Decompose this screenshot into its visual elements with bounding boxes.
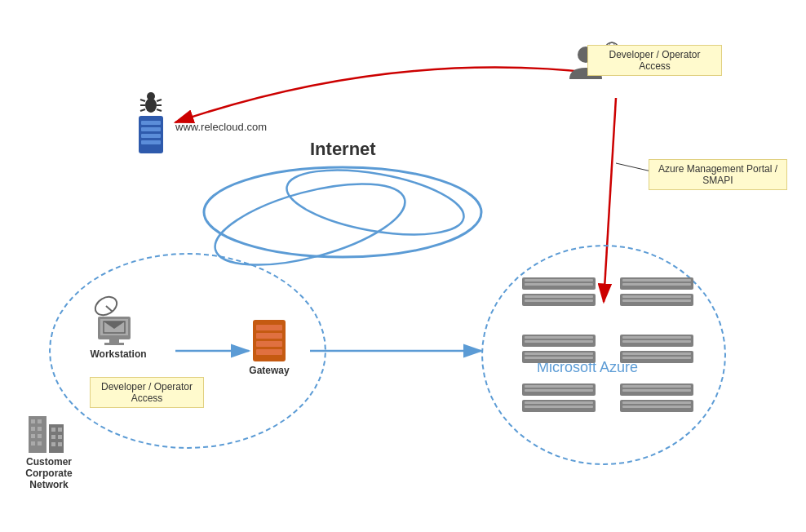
svg-rect-17 bbox=[141, 127, 161, 131]
svg-rect-89 bbox=[51, 442, 55, 446]
svg-rect-47 bbox=[525, 340, 593, 343]
svg-line-11 bbox=[140, 109, 145, 111]
svg-rect-67 bbox=[622, 352, 691, 355]
svg-rect-46 bbox=[525, 336, 593, 339]
svg-rect-78 bbox=[38, 419, 42, 423]
url-label: www.relecloud.com bbox=[175, 121, 267, 133]
svg-rect-59 bbox=[622, 283, 691, 286]
svg-rect-88 bbox=[58, 435, 62, 439]
svg-rect-62 bbox=[622, 299, 691, 302]
svg-rect-50 bbox=[525, 357, 593, 359]
svg-rect-73 bbox=[622, 401, 691, 404]
svg-rect-52 bbox=[525, 385, 593, 388]
svg-rect-65 bbox=[622, 340, 691, 343]
svg-rect-35 bbox=[256, 325, 282, 330]
svg-rect-40 bbox=[525, 279, 593, 282]
bug-icon bbox=[139, 90, 163, 114]
svg-point-4 bbox=[204, 167, 481, 257]
svg-rect-32 bbox=[104, 343, 124, 345]
svg-rect-83 bbox=[31, 441, 35, 446]
svg-rect-79 bbox=[31, 427, 35, 431]
svg-rect-82 bbox=[38, 434, 42, 438]
svg-line-12 bbox=[157, 100, 162, 101]
svg-rect-61 bbox=[622, 295, 691, 298]
internet-label: Internet bbox=[310, 139, 376, 160]
svg-rect-68 bbox=[622, 357, 691, 359]
svg-line-9 bbox=[140, 100, 145, 101]
diagram: Internet www.relecloud.com Microsoft Azu… bbox=[0, 0, 806, 532]
svg-rect-55 bbox=[525, 401, 593, 404]
svg-rect-19 bbox=[141, 140, 161, 144]
svg-rect-86 bbox=[58, 428, 62, 432]
svg-rect-64 bbox=[622, 336, 691, 339]
svg-rect-90 bbox=[58, 442, 62, 446]
web-server-icon-container bbox=[135, 90, 167, 155]
svg-rect-77 bbox=[31, 419, 35, 423]
svg-rect-81 bbox=[31, 434, 35, 438]
svg-line-28 bbox=[106, 306, 113, 312]
building-icon bbox=[24, 404, 73, 453]
svg-point-8 bbox=[145, 98, 157, 113]
svg-rect-85 bbox=[51, 428, 55, 432]
gateway-container: Gateway bbox=[249, 318, 290, 376]
workstation-container: Workstation bbox=[90, 294, 147, 360]
developer-operator-top-label: Developer / Operator Access bbox=[587, 45, 722, 76]
workstation-label: Workstation bbox=[90, 348, 146, 360]
svg-rect-84 bbox=[38, 441, 42, 446]
workstation-icon bbox=[90, 294, 147, 347]
svg-rect-36 bbox=[256, 333, 282, 339]
svg-line-14 bbox=[157, 109, 162, 111]
svg-rect-37 bbox=[256, 341, 282, 347]
svg-rect-43 bbox=[525, 295, 593, 298]
svg-rect-49 bbox=[525, 352, 593, 355]
svg-rect-74 bbox=[622, 406, 691, 408]
svg-rect-80 bbox=[38, 427, 42, 431]
svg-rect-71 bbox=[622, 389, 691, 392]
svg-rect-41 bbox=[525, 283, 593, 286]
svg-rect-70 bbox=[622, 385, 691, 388]
book-server-icon bbox=[135, 114, 167, 155]
svg-rect-18 bbox=[141, 134, 161, 138]
svg-rect-58 bbox=[622, 279, 691, 282]
developer-operator-bottom-label: Developer / Operator Access bbox=[90, 377, 204, 408]
svg-rect-56 bbox=[525, 406, 593, 408]
gateway-icon bbox=[249, 318, 290, 363]
svg-rect-16 bbox=[141, 121, 161, 125]
corporate-network-label: CustomerCorporateNetwork bbox=[25, 456, 72, 490]
gateway-label: Gateway bbox=[249, 365, 289, 376]
server-racks-icon bbox=[514, 269, 710, 441]
svg-rect-38 bbox=[256, 349, 282, 355]
svg-rect-44 bbox=[525, 299, 593, 302]
azure-management-portal-label: Azure Management Portal / SMAPI bbox=[649, 159, 787, 190]
svg-rect-53 bbox=[525, 389, 593, 392]
azure-servers-container bbox=[514, 269, 710, 441]
svg-rect-31 bbox=[109, 339, 119, 343]
svg-rect-87 bbox=[51, 435, 55, 439]
corporate-network-container: CustomerCorporateNetwork bbox=[24, 404, 73, 490]
